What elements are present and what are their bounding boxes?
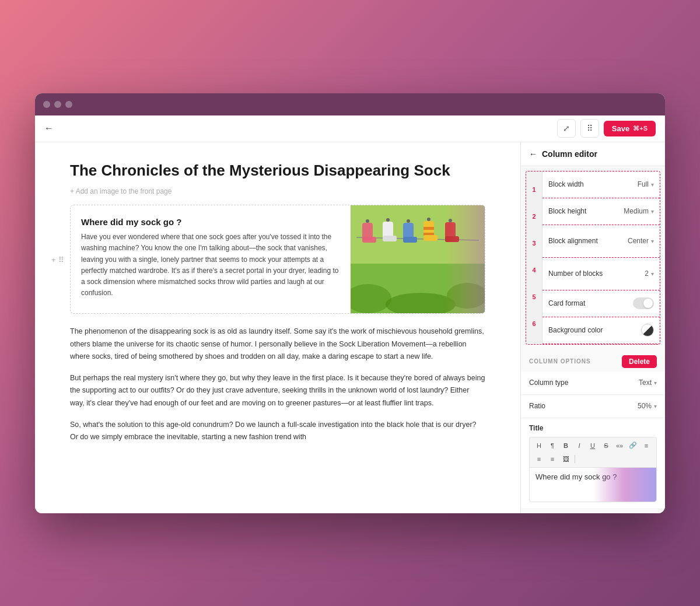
- svg-point-11: [407, 219, 410, 223]
- block-alignment-select[interactable]: Center ▾: [628, 237, 654, 245]
- article-para-1: The phenomenon of the disappearing sock …: [70, 325, 485, 363]
- save-shortcut: ⌘+S: [633, 125, 648, 132]
- num-blocks-select[interactable]: 2 ▾: [645, 269, 654, 278]
- row-num-1: 1: [526, 176, 542, 203]
- bold-button[interactable]: B: [560, 440, 572, 451]
- svg-rect-13: [424, 227, 434, 230]
- strikethrough-button[interactable]: S: [600, 440, 612, 451]
- align-right-button[interactable]: ≡: [547, 453, 558, 465]
- italic-button[interactable]: I: [573, 440, 585, 451]
- socks-svg: [351, 205, 485, 313]
- align-left-button[interactable]: ≡: [640, 440, 652, 451]
- ratio-row: Ratio 50% ▾: [521, 395, 665, 418]
- numbered-rows: 1 2 3 4 5 6 Block width: [526, 171, 660, 344]
- block-height-select[interactable]: Medium ▾: [624, 207, 654, 215]
- row-num-6: 6: [526, 310, 542, 337]
- drag-block-button[interactable]: ⠿: [58, 255, 64, 264]
- block-width-row: Block width Full ▾: [542, 171, 660, 198]
- block-height-label: Block height: [548, 207, 586, 215]
- col-type-row: Column type Text ▾: [521, 372, 665, 395]
- image-button[interactable]: 🖼: [560, 453, 572, 465]
- num-blocks-label: Number of blocks: [548, 269, 603, 278]
- svg-point-16: [427, 218, 430, 221]
- title-section: Title H ¶ B I U S «» 🔗 ≡ ≡ ≡ 🖼: [521, 418, 665, 508]
- card-body-text: Have you ever wondered where that one so…: [81, 232, 340, 299]
- align-center-button[interactable]: ≡: [533, 453, 545, 465]
- block-wrapper: + ⠿ FULL WIDTH Where did my sock go ? Ha…: [70, 205, 485, 314]
- block-height-value: Medium: [624, 207, 649, 215]
- block-width-value: Full: [638, 180, 649, 188]
- app-window: ← ⤢ ⠿ Save ⌘+S The Chronicles of the Mys…: [35, 93, 665, 513]
- row-numbers: 1 2 3 4 5 6: [526, 171, 542, 344]
- article-title: The Chronicles of the Mysterious Disappe…: [70, 161, 485, 181]
- grid-button[interactable]: ⠿: [580, 119, 599, 138]
- grid-icon: ⠿: [587, 124, 593, 133]
- toolbar-right: ⤢ ⠿ Save ⌘+S: [557, 119, 656, 138]
- dot-red: [43, 101, 50, 108]
- toolbar-left: ←: [44, 123, 54, 134]
- col-type-label: Column type: [529, 379, 568, 387]
- chevron-down-icon-5: ▾: [654, 380, 657, 386]
- chevron-down-icon-2: ▾: [651, 208, 654, 215]
- bg-color-row: Background color: [542, 317, 660, 344]
- chevron-down-icon-4: ▾: [651, 271, 654, 277]
- add-block-button[interactable]: +: [51, 255, 56, 264]
- col-type-select[interactable]: Text ▾: [639, 379, 657, 387]
- toolbar-divider: [575, 455, 575, 463]
- svg-rect-10: [403, 237, 417, 243]
- underline-button[interactable]: U: [587, 440, 598, 451]
- bg-color-label: Background color: [548, 326, 603, 334]
- panel-back-icon[interactable]: ←: [529, 149, 537, 159]
- titlebar: [35, 93, 665, 115]
- chevron-down-icon: ▾: [651, 181, 654, 188]
- block-height-row: Block height Medium ▾: [542, 198, 660, 225]
- svg-rect-7: [383, 236, 397, 241]
- toggle-knob: [643, 299, 653, 308]
- block-width-select[interactable]: Full ▾: [638, 180, 654, 188]
- title-toolbar: H ¶ B I U S «» 🔗 ≡ ≡ ≡ 🖼: [529, 437, 657, 467]
- svg-rect-15: [424, 235, 438, 241]
- panel-header: ← Column editor: [521, 142, 665, 166]
- card-format-toggle[interactable]: [633, 297, 654, 309]
- quotes-button[interactable]: «»: [614, 440, 625, 451]
- col-options-label: COLUMN OPTIONS: [529, 358, 591, 365]
- panel-title: Column editor: [542, 149, 597, 159]
- settings-block: 1 2 3 4 5 6 Block width: [526, 171, 660, 345]
- block-alignment-label: Block alignment: [548, 237, 598, 245]
- ratio-label: Ratio: [529, 402, 545, 410]
- traffic-lights: [43, 101, 72, 108]
- right-panel: ← Column editor 1 2 3 4 5 6: [520, 142, 665, 513]
- bg-color-picker[interactable]: [641, 324, 654, 337]
- save-button[interactable]: Save ⌘+S: [604, 121, 656, 136]
- dot-green: [65, 101, 72, 108]
- num-blocks-value: 2: [645, 269, 649, 278]
- svg-point-5: [366, 219, 369, 223]
- title-gradient-overlay: [593, 468, 657, 502]
- editor-area[interactable]: The Chronicles of the Mysterious Disappe…: [35, 142, 520, 513]
- svg-rect-23: [444, 205, 485, 313]
- title-input-area[interactable]: Where did my sock go ?: [529, 467, 657, 502]
- card-image-column: [351, 205, 485, 313]
- back-button[interactable]: ←: [44, 123, 54, 134]
- expand-button[interactable]: ⤢: [557, 119, 576, 138]
- save-label: Save: [612, 124, 629, 133]
- ratio-select[interactable]: 50% ▾: [638, 402, 657, 410]
- card-text-column: Where did my sock go ? Have you ever won…: [71, 205, 351, 313]
- row-num-5: 5: [526, 283, 542, 310]
- link-button[interactable]: 🔗: [627, 440, 639, 451]
- block-width-label: Block width: [548, 180, 584, 188]
- chevron-down-icon-6: ▾: [654, 403, 657, 409]
- dot-yellow: [54, 101, 61, 108]
- content-row: The Chronicles of the Mysterious Disappe…: [35, 142, 665, 513]
- num-blocks-row: Number of blocks 2 ▾: [542, 258, 660, 290]
- title-section-label: Title: [529, 424, 657, 432]
- row-num-4: 4: [526, 257, 542, 283]
- row-num-2: 2: [526, 203, 542, 230]
- block-alignment-value: Center: [628, 237, 649, 245]
- delete-button[interactable]: Delete: [622, 355, 657, 368]
- card-format-label: Card format: [548, 299, 585, 307]
- paragraph-button[interactable]: ¶: [547, 440, 558, 451]
- block-alignment-row: Block alignment Center ▾: [542, 225, 660, 258]
- heading-button[interactable]: H: [533, 440, 545, 451]
- toolbar: ← ⤢ ⠿ Save ⌘+S: [35, 115, 665, 142]
